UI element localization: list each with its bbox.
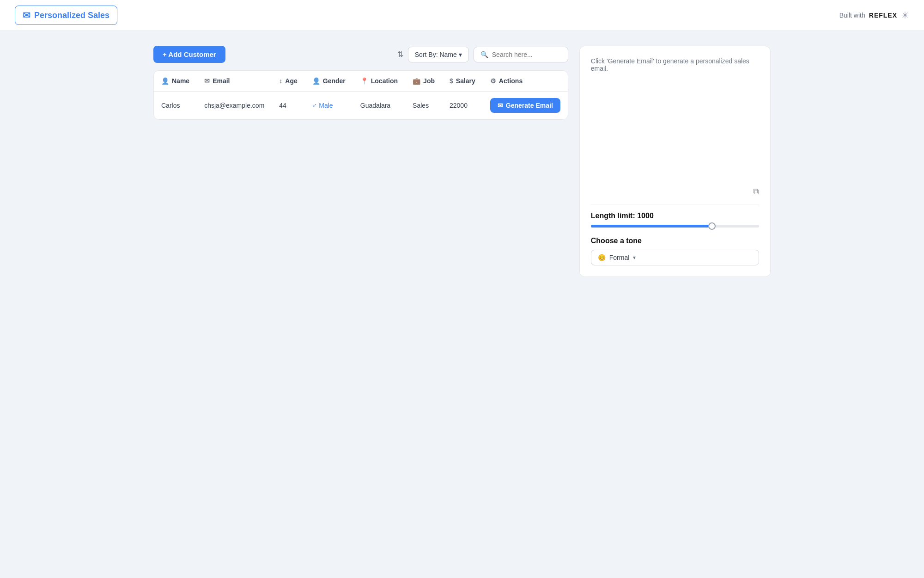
search-icon: 🔍 — [480, 51, 488, 58]
sort-dropdown[interactable]: Sort By: Name ▾ — [408, 47, 469, 62]
col-actions: ⚙Actions — [483, 71, 568, 92]
choose-tone-label: Choose a tone — [591, 237, 759, 245]
search-box[interactable]: 🔍 — [474, 47, 568, 62]
sort-chevron-icon: ▾ — [459, 51, 462, 58]
col-email: ✉Email — [197, 71, 272, 92]
cell-salary: 22000 — [442, 92, 483, 120]
cell-email: chsja@example.com — [197, 92, 272, 120]
slider-fill — [591, 225, 712, 228]
app-title: Personalized Sales — [34, 11, 109, 20]
right-panel: Click 'Generate Email' to generate a per… — [579, 46, 771, 277]
col-salary: $Salary — [442, 71, 483, 92]
logo-icon: ✉ — [23, 10, 30, 21]
col-age: ↕Age — [272, 71, 304, 92]
sort-label: Sort By: Name — [415, 51, 457, 58]
data-table: 👤Name ✉Email ↕Age 👤Gender 📍Location 💼Job… — [153, 70, 568, 120]
slider-thumb[interactable] — [708, 222, 716, 230]
email-placeholder-text: Click 'Generate Email' to generate a per… — [591, 57, 759, 183]
table-row: Carlos chsja@example.com 44 ♂ Male Guada… — [154, 92, 568, 120]
left-panel: + Add Customer ⇅ Sort By: Name ▾ 🔍 👤Name — [153, 46, 568, 277]
divider — [591, 204, 759, 204]
toolbar-right: ⇅ Sort By: Name ▾ 🔍 — [397, 47, 568, 62]
length-limit-label: Length limit: 1000 — [591, 212, 759, 220]
cell-name: Carlos — [154, 92, 197, 120]
cell-gender: ♂ Male — [305, 92, 353, 120]
generate-email-icon: ✉ — [498, 102, 503, 109]
tone-emoji: 😊 — [598, 254, 606, 261]
theme-toggle-icon[interactable]: ☀ — [901, 10, 909, 21]
search-input[interactable] — [492, 51, 561, 58]
gender-icon: ♂ — [312, 102, 317, 109]
col-location: 📍Location — [353, 71, 405, 92]
sort-icon[interactable]: ⇅ — [397, 50, 403, 59]
cell-job: Sales — [405, 92, 442, 120]
add-customer-button[interactable]: + Add Customer — [153, 46, 225, 63]
col-job: 💼Job — [405, 71, 442, 92]
cell-location: Guadalara — [353, 92, 405, 120]
table-header-row: 👤Name ✉Email ↕Age 👤Gender 📍Location 💼Job… — [154, 71, 568, 92]
col-gender: 👤Gender — [305, 71, 353, 92]
top-bar: ✉ Personalized Sales Built with REFLEX ☀ — [0, 0, 924, 31]
built-with-section: Built with REFLEX ☀ — [839, 10, 909, 21]
col-name: 👤Name — [154, 71, 197, 92]
toolbar: + Add Customer ⇅ Sort By: Name ▾ 🔍 — [153, 46, 568, 63]
copy-icon[interactable]: ⧉ — [753, 187, 759, 197]
tone-value: Formal — [609, 254, 630, 261]
app-logo: ✉ Personalized Sales — [15, 6, 117, 25]
slider-track — [591, 225, 759, 228]
built-with-label: Built with — [839, 12, 865, 19]
tone-chevron-icon: ▾ — [633, 254, 636, 261]
generate-email-button[interactable]: ✉ Generate Email — [490, 98, 560, 113]
cell-actions: ✉ Generate Email — [483, 92, 568, 120]
reflex-label: REFLEX — [869, 12, 897, 19]
copy-icon-area: ⧉ — [591, 183, 759, 197]
tone-dropdown[interactable]: 😊 Formal ▾ — [591, 250, 759, 265]
cell-age: 44 — [272, 92, 304, 120]
main-content: + Add Customer ⇅ Sort By: Name ▾ 🔍 👤Name — [139, 31, 785, 292]
